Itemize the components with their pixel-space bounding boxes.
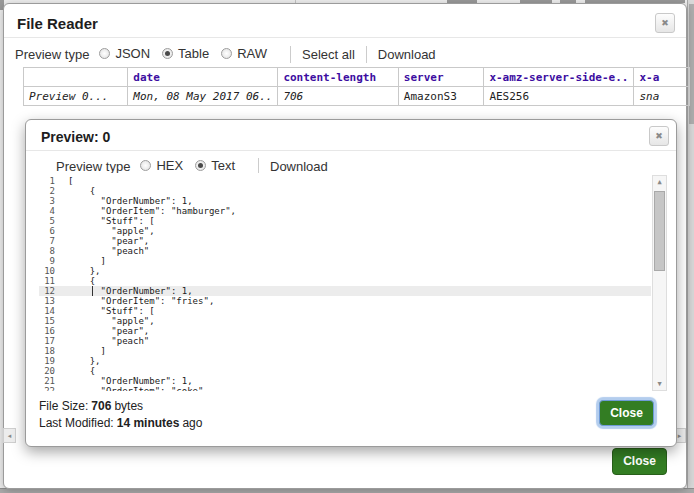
line-number: 17 (39, 336, 55, 346)
code-text[interactable]: { (55, 366, 95, 376)
radio-selected-icon[interactable] (195, 160, 206, 171)
close-icon[interactable]: ✖ (655, 13, 675, 33)
code-line[interactable]: 6 "apple", (39, 226, 651, 236)
last-modified-text: Last Modified:14 minutesago (39, 416, 202, 430)
code-line[interactable]: 13 "OrderItem": "fries", (39, 296, 651, 306)
code-scrollbar-thumb[interactable] (654, 191, 665, 271)
code-line[interactable]: 11 { (39, 276, 651, 286)
code-line[interactable]: 14 "Stuff": [ (39, 306, 651, 316)
code-text[interactable]: ] (55, 256, 106, 266)
code-text[interactable]: { (55, 276, 95, 286)
file-reader-close-button[interactable]: Close (612, 448, 667, 475)
code-line[interactable]: 2 { (39, 186, 651, 196)
divider (290, 46, 291, 63)
radio-selected-icon[interactable] (162, 48, 173, 59)
line-number: 10 (39, 266, 55, 276)
close-icon[interactable]: ✖ (649, 126, 669, 146)
code-line[interactable]: 16 "pear", (39, 326, 651, 336)
line-number: 18 (39, 346, 55, 356)
preview-title: Preview: 0 (41, 129, 110, 145)
line-number: 6 (39, 226, 55, 236)
code-text[interactable]: "apple", (55, 226, 155, 236)
download-button[interactable]: Download (378, 47, 436, 62)
table-row[interactable]: Preview 0...Mon, 08 May 2017 06..706Amaz… (24, 87, 690, 106)
code-line[interactable]: 20 { (39, 366, 651, 376)
preview-dialog: Preview: 0 ✖ Preview type HEXText Downlo… (25, 119, 677, 447)
table-cell[interactable]: Mon, 08 May 2017 06.. (128, 87, 278, 106)
code-text[interactable]: "pear", (55, 236, 149, 246)
code-text[interactable]: }, (55, 356, 101, 366)
code-text[interactable]: ] (55, 346, 106, 356)
code-line[interactable]: 18 ] (39, 346, 651, 356)
text-cursor (92, 286, 93, 296)
divider (366, 46, 367, 63)
code-line[interactable]: 5 "Stuff": [ (39, 216, 651, 226)
download-button[interactable]: Download (270, 159, 328, 174)
scroll-up-icon[interactable]: ▲ (653, 176, 666, 188)
file-size-text: File Size:706bytes (39, 399, 143, 413)
line-number: 2 (39, 186, 55, 196)
code-line[interactable]: 4 "OrderItem": "hamburger", (39, 206, 651, 216)
headers-table-container: datecontent-lengthserverx-amz-server-sid… (23, 67, 690, 107)
line-number: 15 (39, 316, 55, 326)
code-line[interactable]: 15 "apple", (39, 316, 651, 326)
code-text[interactable]: "pear", (55, 326, 149, 336)
code-viewer[interactable]: 1[2 {3 "OrderNumber": 1,4 "OrderItem": "… (39, 173, 667, 393)
code-line-active[interactable]: 12 "OrderNumber": 1, (39, 286, 651, 296)
code-text[interactable]: "OrderNumber": 1, (55, 196, 193, 206)
code-text[interactable]: "Stuff": [ (55, 306, 155, 316)
code-line[interactable]: 9 ] (39, 256, 651, 266)
last-modified-value: 14 minutes (117, 416, 180, 430)
line-number: 9 (39, 256, 55, 266)
code-line[interactable]: 22 "OrderItem": "coke" (39, 386, 651, 391)
preview-close-button[interactable]: Close (599, 400, 654, 426)
table-cell[interactable]: AES256 (484, 87, 634, 106)
code-line[interactable]: 19 }, (39, 356, 651, 366)
code-text[interactable]: "OrderItem": "fries", (55, 296, 214, 306)
code-line[interactable]: 3 "OrderNumber": 1, (39, 196, 651, 206)
table-cell[interactable]: AmazonS3 (398, 87, 484, 106)
last-modified-label: Last Modified: (39, 416, 114, 430)
radio-label: Table (178, 46, 209, 61)
line-number: 20 (39, 366, 55, 376)
radio-label: Text (211, 158, 235, 173)
code-text[interactable]: "apple", (55, 316, 155, 326)
radio-icon[interactable] (99, 48, 110, 59)
code-text[interactable]: [ (55, 176, 73, 186)
radio-option-hex[interactable]: HEX (140, 158, 183, 173)
code-text[interactable]: "OrderNumber": 1, (55, 286, 193, 296)
title-divider (4, 37, 686, 38)
code-line[interactable]: 1[ (39, 176, 651, 186)
code-line[interactable]: 7 "pear", (39, 236, 651, 246)
table-cell[interactable]: sna (634, 87, 690, 106)
code-line[interactable]: 10 }, (39, 266, 651, 276)
radio-option-table[interactable]: Table (162, 46, 209, 61)
preview-type-label: Preview type (56, 159, 130, 174)
radio-option-text[interactable]: Text (195, 158, 235, 173)
code-text[interactable]: "Stuff": [ (55, 216, 155, 226)
line-number: 12 (39, 286, 55, 296)
code-text[interactable]: "OrderItem": "coke" (55, 386, 203, 391)
radio-option-json[interactable]: JSON (99, 46, 150, 61)
code-line[interactable]: 8 "peach" (39, 246, 651, 256)
radio-icon[interactable] (221, 48, 232, 59)
radio-icon[interactable] (140, 160, 151, 171)
code-lines[interactable]: 1[2 {3 "OrderNumber": 1,4 "OrderItem": "… (39, 173, 651, 391)
select-all-button[interactable]: Select all (302, 47, 355, 62)
code-line[interactable]: 17 "peach" (39, 336, 651, 346)
code-line[interactable]: 21 "OrderNumber": 1, (39, 376, 651, 386)
line-number: 5 (39, 216, 55, 226)
code-text[interactable]: { (55, 186, 95, 196)
code-text[interactable]: "OrderNumber": 1, (55, 376, 193, 386)
scroll-left-icon[interactable]: ◂ (3, 428, 16, 443)
table-cell[interactable]: 706 (278, 87, 398, 106)
table-cell[interactable]: Preview 0... (24, 87, 128, 106)
code-text[interactable]: "peach" (55, 246, 149, 256)
code-vertical-scrollbar[interactable]: ▲ ▼ (652, 175, 667, 391)
code-text[interactable]: }, (55, 266, 101, 276)
code-text[interactable]: "OrderItem": "hamburger", (55, 206, 236, 216)
scroll-down-icon[interactable]: ▼ (653, 378, 666, 390)
title-divider (26, 150, 676, 151)
code-text[interactable]: "peach" (55, 336, 149, 346)
radio-option-raw[interactable]: RAW (221, 46, 267, 61)
